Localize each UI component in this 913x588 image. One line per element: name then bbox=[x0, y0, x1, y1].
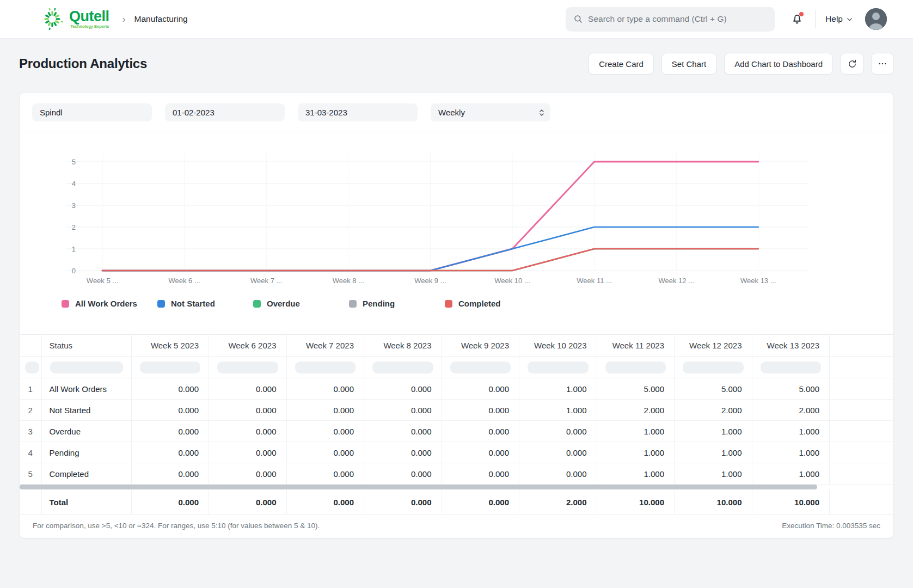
value-cell-week-8[interactable]: 0.000 bbox=[364, 378, 442, 400]
week-10-filter-input[interactable] bbox=[519, 357, 597, 378]
value-cell-week-8[interactable]: 0.000 bbox=[364, 421, 442, 442]
value-cell-week-7[interactable]: 0.000 bbox=[286, 421, 364, 442]
status-cell[interactable]: Pending bbox=[41, 442, 131, 463]
week-column-header-12[interactable]: Week 12 2023 bbox=[675, 335, 752, 357]
status-cell[interactable]: Completed bbox=[41, 463, 131, 485]
week-12-filter-input[interactable] bbox=[675, 357, 752, 378]
user-avatar[interactable] bbox=[865, 8, 887, 30]
status-cell[interactable]: All Work Orders bbox=[41, 378, 131, 400]
week-column-header-5[interactable]: Week 5 2023 bbox=[131, 335, 209, 357]
filter-from-date-input[interactable] bbox=[165, 103, 285, 121]
help-menu[interactable]: Help bbox=[825, 14, 853, 24]
value-cell-week-9[interactable]: 0.000 bbox=[442, 442, 519, 463]
value-cell-week-6[interactable]: 0.000 bbox=[209, 463, 287, 485]
week-7-filter-input[interactable] bbox=[286, 357, 364, 378]
week-6-filter-input-pill[interactable] bbox=[217, 362, 278, 373]
week-13-filter-input-pill[interactable] bbox=[761, 362, 822, 373]
breadcrumb[interactable]: Manufacturing bbox=[134, 14, 188, 24]
search-input[interactable] bbox=[588, 14, 767, 24]
value-cell-week-11[interactable]: 2.000 bbox=[597, 400, 675, 421]
value-cell-week-12[interactable]: 1.000 bbox=[675, 442, 752, 463]
value-cell-week-6[interactable]: 0.000 bbox=[209, 442, 287, 463]
value-cell-week-11[interactable]: 1.000 bbox=[597, 421, 675, 442]
week-12-filter-input-pill[interactable] bbox=[683, 362, 744, 373]
value-cell-week-10[interactable]: 1.000 bbox=[519, 400, 597, 421]
value-cell-week-9[interactable]: 0.000 bbox=[442, 463, 519, 485]
value-cell-week-8[interactable]: 0.000 bbox=[364, 463, 442, 485]
status-filter-input[interactable] bbox=[41, 357, 131, 378]
value-cell-week-13[interactable]: 1.000 bbox=[752, 442, 830, 463]
notifications-button[interactable] bbox=[790, 12, 804, 26]
week-column-header-10[interactable]: Week 10 2023 bbox=[519, 335, 597, 357]
qutell-logo[interactable]: Qutell Technology Experts bbox=[40, 7, 109, 32]
value-cell-week-5[interactable]: 0.000 bbox=[131, 463, 209, 485]
week-column-header-7[interactable]: Week 7 2023 bbox=[286, 335, 364, 357]
value-cell-week-8[interactable]: 0.000 bbox=[364, 400, 442, 421]
frequency-select[interactable]: Weekly bbox=[431, 103, 550, 121]
value-cell-week-10[interactable]: 0.000 bbox=[519, 442, 597, 463]
value-cell-week-6[interactable]: 0.000 bbox=[209, 378, 287, 400]
set-chart-button[interactable]: Set Chart bbox=[661, 53, 716, 75]
value-cell-week-5[interactable]: 0.000 bbox=[131, 421, 209, 442]
value-cell-week-5[interactable]: 0.000 bbox=[131, 400, 209, 421]
global-search[interactable] bbox=[566, 7, 775, 32]
week-9-filter-input[interactable] bbox=[442, 357, 519, 378]
legend-item-pending[interactable]: Pending bbox=[349, 299, 445, 308]
value-cell-week-12[interactable]: 1.000 bbox=[675, 463, 752, 485]
week-7-filter-input-pill[interactable] bbox=[295, 362, 356, 373]
legend-item-not-started[interactable]: Not Started bbox=[157, 299, 253, 308]
index-filter-input[interactable] bbox=[20, 357, 41, 378]
status-cell[interactable]: Overdue bbox=[41, 421, 131, 442]
value-cell-week-6[interactable]: 0.000 bbox=[209, 421, 287, 442]
value-cell-week-13[interactable]: 5.000 bbox=[752, 378, 830, 400]
value-cell-week-11[interactable]: 1.000 bbox=[597, 442, 675, 463]
filter-to-date-input[interactable] bbox=[298, 103, 418, 121]
week-9-filter-input-pill[interactable] bbox=[450, 362, 511, 373]
week-column-header-11[interactable]: Week 11 2023 bbox=[597, 335, 675, 357]
value-cell-week-7[interactable]: 0.000 bbox=[286, 442, 364, 463]
legend-item-completed[interactable]: Completed bbox=[445, 299, 541, 308]
status-cell[interactable]: Not Started bbox=[41, 400, 131, 421]
value-cell-week-8[interactable]: 0.000 bbox=[364, 442, 442, 463]
add-chart-to-dashboard-button[interactable]: Add Chart to Dashboard bbox=[724, 53, 833, 75]
value-cell-week-10[interactable]: 1.000 bbox=[519, 378, 597, 400]
value-cell-week-13[interactable]: 1.000 bbox=[752, 421, 830, 442]
index-filter-input-pill[interactable] bbox=[25, 362, 39, 373]
legend-item-overdue[interactable]: Overdue bbox=[253, 299, 349, 308]
value-cell-week-13[interactable]: 2.000 bbox=[752, 400, 830, 421]
week-11-filter-input-pill[interactable] bbox=[605, 362, 666, 373]
value-cell-week-9[interactable]: 0.000 bbox=[442, 400, 519, 421]
value-cell-week-12[interactable]: 2.000 bbox=[675, 400, 752, 421]
status-column-header[interactable]: Status bbox=[41, 335, 131, 357]
scrollbar-thumb[interactable] bbox=[20, 485, 817, 489]
week-column-header-6[interactable]: Week 6 2023 bbox=[209, 335, 287, 357]
week-8-filter-input[interactable] bbox=[364, 357, 442, 378]
value-cell-week-9[interactable]: 0.000 bbox=[442, 378, 519, 400]
create-card-button[interactable]: Create Card bbox=[589, 53, 654, 75]
value-cell-week-7[interactable]: 0.000 bbox=[286, 400, 364, 421]
value-cell-week-7[interactable]: 0.000 bbox=[286, 378, 364, 400]
value-cell-week-13[interactable]: 1.000 bbox=[752, 463, 830, 485]
filter-field-input[interactable] bbox=[32, 103, 152, 121]
value-cell-week-5[interactable]: 0.000 bbox=[131, 442, 209, 463]
value-cell-week-11[interactable]: 1.000 bbox=[597, 463, 675, 485]
value-cell-week-10[interactable]: 0.000 bbox=[519, 421, 597, 442]
value-cell-week-6[interactable]: 0.000 bbox=[209, 400, 287, 421]
week-10-filter-input-pill[interactable] bbox=[528, 362, 589, 373]
value-cell-week-5[interactable]: 0.000 bbox=[131, 378, 209, 400]
value-cell-week-12[interactable]: 5.000 bbox=[675, 378, 752, 400]
status-filter-input-pill[interactable] bbox=[50, 362, 123, 373]
legend-item-all-work-orders[interactable]: All Work Orders bbox=[62, 299, 157, 308]
value-cell-week-11[interactable]: 5.000 bbox=[597, 378, 675, 400]
week-column-header-13[interactable]: Week 13 2023 bbox=[752, 335, 830, 357]
value-cell-week-12[interactable]: 1.000 bbox=[675, 421, 752, 442]
week-13-filter-input[interactable] bbox=[752, 357, 830, 378]
refresh-button[interactable] bbox=[841, 53, 863, 75]
week-8-filter-input-pill[interactable] bbox=[372, 362, 433, 373]
week-column-header-9[interactable]: Week 9 2023 bbox=[442, 335, 519, 357]
week-column-header-8[interactable]: Week 8 2023 bbox=[364, 335, 442, 357]
value-cell-week-10[interactable]: 0.000 bbox=[519, 463, 597, 485]
value-cell-week-7[interactable]: 0.000 bbox=[286, 463, 364, 485]
more-options-button[interactable] bbox=[871, 53, 894, 75]
week-11-filter-input[interactable] bbox=[597, 357, 675, 378]
